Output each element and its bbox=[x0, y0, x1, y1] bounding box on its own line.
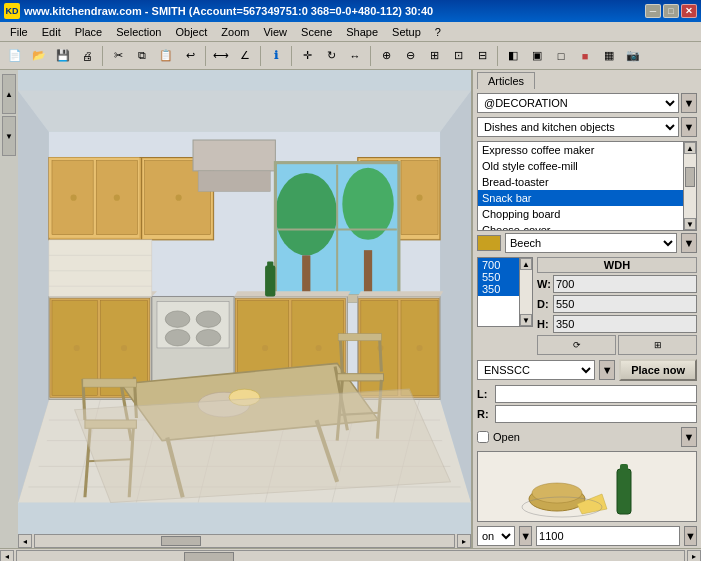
r-input[interactable] bbox=[495, 405, 697, 423]
menu-place[interactable]: Place bbox=[69, 24, 109, 40]
copy-button[interactable]: ⧉ bbox=[131, 45, 153, 67]
menu-file[interactable]: File bbox=[4, 24, 34, 40]
menu-scene[interactable]: Scene bbox=[295, 24, 338, 40]
on-dropdown-arrow[interactable]: ▼ bbox=[519, 526, 532, 546]
open-checkbox[interactable] bbox=[477, 431, 489, 443]
save-button[interactable]: 💾 bbox=[52, 45, 74, 67]
material-color-swatch[interactable] bbox=[477, 235, 501, 251]
menu-edit[interactable]: Edit bbox=[36, 24, 67, 40]
render-button[interactable]: ■ bbox=[574, 45, 596, 67]
main-hscroll-track[interactable] bbox=[16, 550, 685, 562]
view3d-button[interactable]: ◧ bbox=[502, 45, 524, 67]
maximize-button[interactable]: □ bbox=[663, 4, 679, 18]
menu-object[interactable]: Object bbox=[170, 24, 214, 40]
menu-setup[interactable]: Setup bbox=[386, 24, 427, 40]
l-input[interactable] bbox=[495, 385, 697, 403]
menu-view[interactable]: View bbox=[257, 24, 293, 40]
main-hscroll-left[interactable]: ◂ bbox=[0, 550, 14, 562]
material-dropdown-arrow[interactable]: ▼ bbox=[681, 233, 697, 253]
zoom-prev-button[interactable]: ⊟ bbox=[471, 45, 493, 67]
toolbar-separator-5 bbox=[370, 46, 371, 66]
hscroll-right-arrow[interactable]: ▸ bbox=[457, 534, 471, 548]
open-button[interactable]: 📂 bbox=[28, 45, 50, 67]
minimize-button[interactable]: ─ bbox=[645, 4, 661, 18]
ensscc-dropdown[interactable]: ENSSCC bbox=[477, 360, 595, 380]
articles-vscroll-up[interactable]: ▲ bbox=[684, 142, 696, 154]
dim-item-700[interactable]: 700 550 350 bbox=[478, 258, 519, 296]
menu-zoom[interactable]: Zoom bbox=[215, 24, 255, 40]
articles-list-vscrollbar[interactable]: ▲ ▼ bbox=[683, 141, 697, 231]
hscroll-left-arrow[interactable]: ◂ bbox=[18, 534, 32, 548]
menu-shape[interactable]: Shape bbox=[340, 24, 384, 40]
articles-tab-button[interactable]: Articles bbox=[477, 72, 535, 89]
view2d-button[interactable]: ▣ bbox=[526, 45, 548, 67]
articles-vscroll-down[interactable]: ▼ bbox=[684, 218, 696, 230]
viewport-hscrollbar[interactable]: ◂ ▸ bbox=[18, 534, 471, 548]
zoom-in-button[interactable]: ⊕ bbox=[375, 45, 397, 67]
decoration-row: @DECORATION ▼ bbox=[473, 91, 701, 115]
list-item-chopping[interactable]: Chopping board bbox=[478, 206, 683, 222]
main-hscroll-thumb[interactable] bbox=[184, 552, 234, 562]
view-plan-button[interactable]: □ bbox=[550, 45, 572, 67]
dim-list-container: 700 550 350 ▲ ▼ bbox=[477, 257, 533, 327]
new-button[interactable]: 📄 bbox=[4, 45, 26, 67]
close-button[interactable]: ✕ bbox=[681, 4, 697, 18]
print-button[interactable]: 🖨 bbox=[76, 45, 98, 67]
place-row: ENSSCC ▼ Place now bbox=[473, 357, 701, 383]
place-now-button[interactable]: Place now bbox=[619, 359, 697, 381]
open-dropdown-arrow[interactable]: ▼ bbox=[681, 427, 697, 447]
material-dropdown[interactable]: Beech bbox=[505, 233, 677, 253]
articles-vscroll-track[interactable] bbox=[684, 154, 696, 218]
dim-vscroll-track[interactable] bbox=[520, 270, 532, 314]
main-hscroll-right[interactable]: ▸ bbox=[687, 550, 701, 562]
hscroll-track[interactable] bbox=[34, 534, 455, 548]
zoom-select-button[interactable]: ⊡ bbox=[447, 45, 469, 67]
decoration-dropdown-arrow[interactable]: ▼ bbox=[681, 93, 697, 113]
category-dropdown-arrow[interactable]: ▼ bbox=[681, 117, 697, 137]
wdh-h-row: H: bbox=[537, 315, 697, 333]
articles-list: Expresso coffee maker Old style coffee-m… bbox=[477, 141, 683, 231]
photo-button[interactable]: ▦ bbox=[598, 45, 620, 67]
wdh-btn1[interactable]: ⟳ bbox=[537, 335, 616, 355]
decoration-dropdown[interactable]: @DECORATION bbox=[477, 93, 679, 113]
list-item-coffee-mill[interactable]: Old style coffee-mill bbox=[478, 158, 683, 174]
r-label: R: bbox=[477, 408, 491, 420]
hscroll-thumb[interactable] bbox=[161, 536, 201, 546]
svg-point-55 bbox=[196, 311, 221, 327]
angle-button[interactable]: ∠ bbox=[234, 45, 256, 67]
zoom-fit-button[interactable]: ⊞ bbox=[423, 45, 445, 67]
camera-button[interactable]: 📷 bbox=[622, 45, 644, 67]
list-item-cheese[interactable]: Cheese-cover bbox=[478, 222, 683, 231]
number-input[interactable] bbox=[536, 526, 680, 546]
articles-vscroll-thumb[interactable] bbox=[685, 167, 695, 187]
mirror-button[interactable]: ↔ bbox=[344, 45, 366, 67]
menu-selection[interactable]: Selection bbox=[110, 24, 167, 40]
menu-bar: File Edit Place Selection Object Zoom Vi… bbox=[0, 22, 701, 42]
info-button[interactable]: ℹ bbox=[265, 45, 287, 67]
wdh-btn2[interactable]: ⊞ bbox=[618, 335, 697, 355]
on-dropdown[interactable]: on bbox=[477, 526, 515, 546]
cut-button[interactable]: ✂ bbox=[107, 45, 129, 67]
w-input[interactable] bbox=[553, 275, 697, 293]
measure-button[interactable]: ⟷ bbox=[210, 45, 232, 67]
left-tab-next[interactable]: ▼ bbox=[2, 116, 16, 156]
ensscc-dropdown-arrow[interactable]: ▼ bbox=[599, 360, 615, 380]
rotate-button[interactable]: ↻ bbox=[320, 45, 342, 67]
viewport[interactable]: ◂ ▸ bbox=[18, 70, 471, 548]
category-dropdown[interactable]: Dishes and kitchen objects bbox=[477, 117, 679, 137]
dim-vscroll-down[interactable]: ▼ bbox=[520, 314, 532, 326]
h-input[interactable] bbox=[553, 315, 697, 333]
list-item-toaster[interactable]: Bread-toaster bbox=[478, 174, 683, 190]
undo-button[interactable]: ↩ bbox=[179, 45, 201, 67]
dim-vscroll-up[interactable]: ▲ bbox=[520, 258, 532, 270]
list-item-expresso[interactable]: Expresso coffee maker bbox=[478, 142, 683, 158]
d-input[interactable] bbox=[553, 295, 697, 313]
dim-vscrollbar[interactable]: ▲ ▼ bbox=[519, 257, 533, 327]
number-dropdown-arrow[interactable]: ▼ bbox=[684, 526, 697, 546]
paste-button[interactable]: 📋 bbox=[155, 45, 177, 67]
menu-help[interactable]: ? bbox=[429, 24, 447, 40]
list-item-snackbar[interactable]: Snack bar bbox=[478, 190, 683, 206]
zoom-out-button[interactable]: ⊖ bbox=[399, 45, 421, 67]
left-tab-prev[interactable]: ▲ bbox=[2, 74, 16, 114]
move-button[interactable]: ✛ bbox=[296, 45, 318, 67]
